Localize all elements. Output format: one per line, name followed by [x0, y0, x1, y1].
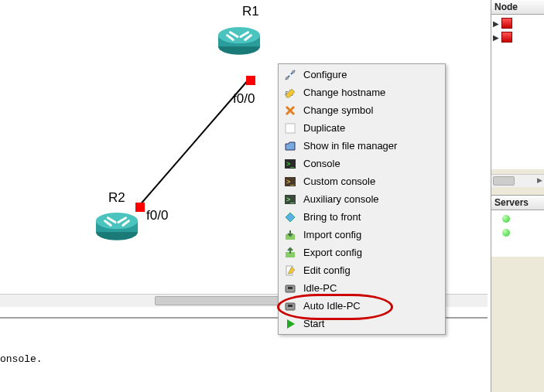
svg-text:>_: >_ — [286, 196, 295, 203]
svg-point-16 — [286, 77, 289, 80]
svg-rect-18 — [286, 124, 295, 133]
front-icon — [283, 210, 297, 224]
status-stopped-icon — [501, 32, 512, 43]
menu-custom-console[interactable]: >_ Custom console — [280, 172, 443, 190]
node-panel-title: Node — [491, 0, 544, 15]
auto-idlepc-icon — [283, 299, 297, 313]
aux-console-icon: >_ — [283, 193, 297, 206]
port-label-r1: f0/0 — [233, 91, 255, 107]
servers-panel-title: Servers — [491, 196, 544, 210]
router-icon — [217, 22, 262, 56]
expand-arrow-icon[interactable]: ▶ — [493, 33, 499, 42]
expand-arrow-icon[interactable]: ▶ — [493, 19, 499, 28]
menu-label: Change hostname — [303, 87, 385, 98]
svg-point-3 — [218, 27, 260, 43]
menu-label: Idle-PC — [303, 282, 337, 294]
tree-row[interactable]: ▶ — [493, 16, 542, 30]
menu-label: Change symbol — [303, 104, 373, 116]
svg-rect-29 — [288, 287, 293, 289]
menu-edit-config[interactable]: Edit config — [280, 261, 443, 279]
edit-icon — [283, 264, 297, 278]
servers-tree[interactable] — [491, 210, 544, 257]
menu-idle-pc[interactable]: Idle-PC — [280, 279, 443, 297]
menu-change-symbol[interactable]: Change symbol — [280, 101, 443, 119]
menu-label: Auto Idle-PC — [303, 300, 361, 312]
menu-label: Export config — [303, 247, 362, 258]
menu-label: Bring to front — [303, 211, 361, 223]
svg-text:>_: >_ — [286, 160, 295, 168]
import-icon — [283, 228, 297, 242]
server-row[interactable] — [502, 226, 542, 240]
port-marker-r1[interactable] — [246, 76, 255, 85]
svg-text:>_: >_ — [286, 178, 295, 186]
router-r1[interactable] — [217, 22, 262, 56]
menu-console[interactable]: >_ Console — [280, 155, 443, 172]
menu-bring-to-front[interactable]: Bring to front — [280, 208, 443, 226]
menu-label: Import config — [303, 229, 361, 240]
menu-label: Show in file manager — [303, 140, 397, 152]
menu-label: Console — [303, 158, 340, 169]
menu-duplicate[interactable]: Duplicate — [280, 119, 443, 137]
router-r2-label: R2 — [108, 190, 125, 206]
tree-row[interactable]: ▶ — [493, 30, 542, 44]
context-menu: Configure ab Change hostname Change symb… — [278, 63, 446, 335]
router-icon — [94, 207, 139, 242]
svg-point-10 — [96, 213, 138, 229]
menu-auto-idle-pc[interactable]: Auto Idle-PC — [280, 297, 443, 315]
svg-rect-31 — [288, 305, 293, 307]
menu-import-config[interactable]: Import config — [280, 226, 443, 244]
menu-label: Custom console — [303, 176, 375, 187]
status-running-icon — [502, 229, 510, 237]
menu-label: Edit config — [303, 264, 351, 276]
menu-label: Configure — [303, 69, 347, 80]
servers-panel: Servers — [491, 195, 544, 257]
console-line: onsole. — [0, 353, 483, 366]
status-running-icon — [502, 215, 510, 223]
play-icon — [283, 317, 297, 331]
export-icon — [283, 246, 297, 260]
menu-start[interactable]: Start — [280, 315, 443, 332]
menu-auxiliary-console[interactable]: >_ Auxiliary console — [280, 190, 443, 208]
folder-icon — [283, 139, 297, 153]
menu-export-config[interactable]: Export config — [280, 244, 443, 261]
menu-label: Duplicate — [303, 122, 345, 134]
svg-point-15 — [292, 70, 295, 73]
router-r1-label: R1 — [242, 4, 259, 19]
console2-icon: >_ — [283, 175, 297, 189]
blank-icon — [283, 121, 297, 135]
console-icon: >_ — [283, 157, 297, 171]
rename-icon: ab — [283, 86, 297, 100]
router-r2[interactable] — [94, 207, 139, 242]
side-panel: Node ▶ ▶ ▶ ◀ Servers — [491, 0, 544, 392]
status-stopped-icon — [501, 18, 512, 29]
node-panel-hscrollbar[interactable]: ▶ ◀ — [491, 174, 544, 187]
server-row[interactable] — [502, 212, 542, 226]
menu-label: Auxiliary console — [303, 193, 379, 205]
node-tree[interactable]: ▶ ▶ — [491, 15, 544, 169]
port-marker-r2[interactable] — [135, 203, 145, 212]
menu-show-in-file-manager[interactable]: Show in file manager — [280, 137, 443, 155]
idlepc-icon — [283, 281, 297, 295]
tools-icon — [283, 68, 297, 82]
port-label-r2: f0/0 — [146, 208, 168, 223]
menu-change-hostname[interactable]: ab Change hostname — [280, 84, 443, 101]
menu-configure[interactable]: Configure — [280, 66, 443, 84]
menu-label: Start — [303, 318, 324, 329]
symbol-icon — [283, 104, 297, 118]
